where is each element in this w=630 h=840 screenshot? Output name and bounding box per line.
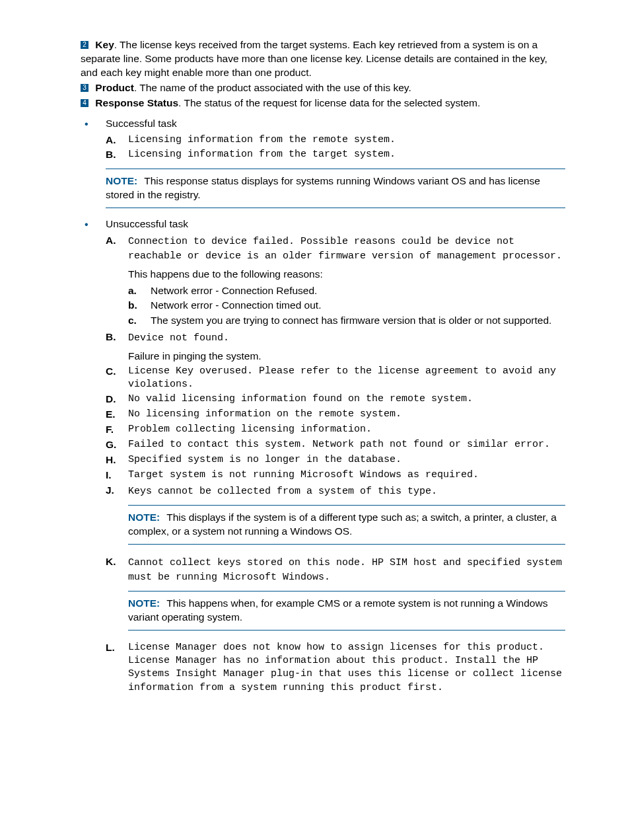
item-text: License Key overused. Please refer to th… (128, 365, 565, 392)
list-item: a.Network error - Connection Refused. (128, 284, 565, 298)
callout-badge: 4 (81, 99, 88, 107)
term-text: . The license keys received from the tar… (81, 39, 547, 78)
item-text: Problem collecting licensing information… (128, 423, 565, 437)
item-text: Specified system is no longer in the dat… (128, 453, 565, 467)
note-text: This displays if the system is of a diff… (128, 512, 557, 537)
list-item: I.Target system is not running Microsoft… (106, 469, 565, 482)
item-marker: a. (128, 284, 151, 298)
item-marker: B. (106, 330, 128, 363)
item-marker: K. (106, 555, 128, 640)
item-marker: F. (106, 423, 128, 437)
note-box: NOTE:This response status displays for s… (106, 169, 565, 208)
list-item: H.Specified system is no longer in the d… (106, 453, 565, 467)
note-text: This response status displays for system… (106, 175, 540, 200)
callout-item: 2 Key. The license keys received from th… (81, 38, 565, 80)
list-item: F.Problem collecting licensing informati… (106, 423, 565, 437)
note-text: This happens when, for example CMS or a … (128, 597, 547, 623)
list-item: D.No valid licensing information found o… (106, 393, 565, 406)
item-marker: B. (106, 148, 128, 162)
list-item: L.License Manager does not know how to a… (106, 641, 565, 695)
list-item: B. Device not found. Failure in pinging … (106, 330, 565, 363)
list-item: K. Cannot collect keys stored on this no… (106, 555, 565, 640)
list-item: A. Licensing information from the remote… (106, 134, 565, 147)
bullet-title: Successful task (106, 118, 177, 129)
item-marker: J. (106, 484, 128, 554)
note-box: NOTE:This happens when, for example CMS … (128, 591, 565, 630)
item-text: Network error - Connection Refused. (151, 284, 565, 298)
item-after: Failure in pinging the system. (128, 350, 565, 363)
list-item: c.The system you are trying to connect h… (128, 314, 565, 328)
item-marker: c. (128, 314, 151, 328)
item-text: License Manager does not know how to ass… (128, 641, 565, 695)
bullet-title: Unsuccessful task (106, 218, 188, 229)
bullet-successful: Successful task A. Licensing information… (65, 117, 565, 209)
callout-item: 4 Response Status. The status of the req… (81, 96, 565, 110)
item-text: Cannot collect keys stored on this node.… (128, 557, 562, 583)
item-marker: A. (106, 234, 128, 329)
item-marker: E. (106, 408, 128, 422)
list-item: B. Licensing information from the target… (106, 148, 565, 162)
item-text: The system you are trying to connect has… (151, 314, 565, 328)
item-marker: H. (106, 453, 128, 467)
item-text: Failed to contact this system. Network p… (128, 438, 565, 452)
list-item: A. Connection to device failed. Possible… (106, 234, 565, 329)
bullet-unsuccessful: Unsuccessful task A. Connection to devic… (65, 217, 565, 695)
term-text: . The name of the product associated wit… (134, 82, 411, 93)
list-item: b.Network error - Connection timed out. (128, 299, 565, 313)
item-text: No valid licensing information found on … (128, 393, 565, 406)
item-marker: b. (128, 299, 151, 313)
term: Key (95, 39, 114, 50)
item-marker: A. (106, 134, 128, 147)
note-label: NOTE: (128, 597, 160, 609)
item-marker: L. (106, 641, 128, 695)
item-after: This happens due to the following reason… (128, 268, 565, 282)
item-text: Licensing information from the remote sy… (128, 134, 565, 147)
item-marker: I. (106, 469, 128, 482)
term: Response Status (95, 97, 178, 108)
list-item: C.License Key overused. Please refer to … (106, 365, 565, 392)
item-text: Device not found. (128, 332, 229, 344)
item-marker: G. (106, 438, 128, 452)
item-text: No licensing information on the remote s… (128, 408, 565, 422)
item-text: Licensing information from the target sy… (128, 148, 565, 162)
item-text: Keys cannot be collected from a system o… (128, 486, 437, 497)
callout-badge: 2 (81, 41, 88, 49)
callout-badge: 3 (81, 84, 88, 92)
item-text: Target system is not running Microsoft W… (128, 469, 565, 482)
callout-list: 2 Key. The license keys received from th… (81, 38, 565, 110)
list-item: J. Keys cannot be collected from a syste… (106, 484, 565, 554)
list-item: E.No licensing information on the remote… (106, 408, 565, 422)
item-text: Connection to device failed. Possible re… (128, 236, 562, 262)
note-label: NOTE: (128, 512, 160, 523)
item-marker: C. (106, 365, 128, 392)
term: Product (95, 82, 134, 93)
callout-item: 3 Product. The name of the product assoc… (81, 81, 565, 95)
item-marker: D. (106, 393, 128, 406)
item-text: Network error - Connection timed out. (151, 299, 565, 313)
note-box: NOTE:This displays if the system is of a… (128, 505, 565, 545)
list-item: G.Failed to contact this system. Network… (106, 438, 565, 452)
term-text: . The status of the request for license … (178, 97, 480, 108)
note-label: NOTE: (106, 175, 137, 186)
